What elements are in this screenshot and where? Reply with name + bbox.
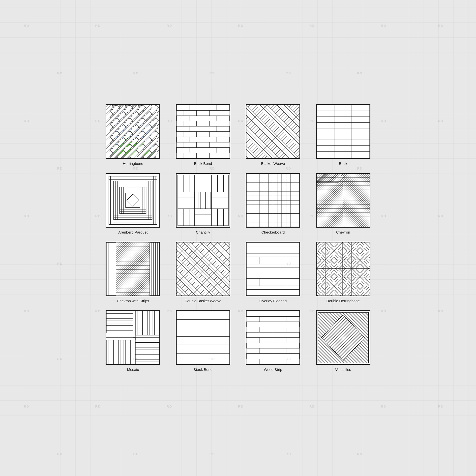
svg-rect-312 xyxy=(223,175,228,192)
svg-rect-315 xyxy=(178,204,195,209)
pattern-box-double-basket-weave xyxy=(176,242,230,296)
svg-rect-640 xyxy=(246,322,273,327)
svg-rect-349 xyxy=(286,174,300,187)
svg-rect-472 xyxy=(116,242,150,296)
svg-rect-309 xyxy=(195,187,211,192)
svg-rect-318 xyxy=(203,192,206,209)
pattern-chantilly: Chantilly xyxy=(172,173,235,234)
svg-rect-627 xyxy=(177,311,230,320)
svg-rect-260 xyxy=(334,134,352,140)
svg-rect-557 xyxy=(317,277,325,286)
svg-rect-196 xyxy=(196,121,210,126)
svg-rect-566 xyxy=(343,286,351,296)
label-chevron: Chevron xyxy=(336,230,350,234)
svg-rect-330 xyxy=(217,209,223,226)
svg-rect-504 xyxy=(246,242,299,246)
svg-rect-267 xyxy=(352,146,370,151)
pattern-mosaic: Mosaic xyxy=(102,310,164,372)
svg-rect-549 xyxy=(351,260,360,268)
svg-rect-217 xyxy=(177,148,190,153)
svg-rect-643 xyxy=(260,327,286,332)
svg-rect-266 xyxy=(334,146,352,151)
svg-rect-632 xyxy=(177,353,230,364)
svg-rect-321 xyxy=(211,198,228,204)
svg-rect-206 xyxy=(210,132,223,137)
svg-rect-210 xyxy=(203,137,216,142)
svg-rect-369 xyxy=(286,187,300,201)
svg-rect-322 xyxy=(211,204,228,209)
label-brick-bond: Brick Bond xyxy=(194,161,212,166)
svg-rect-507 xyxy=(246,257,299,264)
svg-rect-650 xyxy=(246,343,273,348)
svg-rect-629 xyxy=(177,328,230,336)
svg-rect-617 xyxy=(135,357,159,364)
pattern-herringbone: Herringbone xyxy=(102,104,164,166)
svg-rect-193 xyxy=(216,116,230,121)
svg-rect-195 xyxy=(183,121,197,126)
pattern-box-mosaic xyxy=(106,310,160,365)
label-checkerboard: Checkerboard xyxy=(261,230,285,234)
pattern-versailles: Versailles xyxy=(312,310,375,372)
svg-rect-264 xyxy=(352,140,370,146)
svg-rect-556 xyxy=(360,268,370,277)
svg-rect-186 xyxy=(183,110,197,116)
svg-rect-250 xyxy=(317,117,334,122)
svg-rect-251 xyxy=(334,117,352,122)
svg-rect-614 xyxy=(135,350,159,357)
svg-rect-252 xyxy=(352,117,370,122)
svg-rect-311 xyxy=(217,175,223,192)
pattern-box-stack-bond xyxy=(176,310,230,365)
pattern-box-brick-bond xyxy=(176,104,230,159)
svg-rect-207 xyxy=(223,132,230,137)
svg-rect-394 xyxy=(246,214,260,227)
svg-rect-637 xyxy=(246,316,260,322)
svg-rect-587 xyxy=(106,326,133,333)
svg-rect-564 xyxy=(325,286,334,296)
svg-rect-198 xyxy=(223,121,230,126)
pattern-box-double-herringbone xyxy=(316,242,370,296)
svg-rect-548 xyxy=(343,260,351,268)
svg-rect-562 xyxy=(360,277,370,286)
svg-rect-181 xyxy=(177,105,190,110)
svg-rect-212 xyxy=(177,142,183,148)
label-double-herringbone: Double Herringbone xyxy=(327,299,360,303)
svg-rect-389 xyxy=(286,200,300,214)
svg-rect-541 xyxy=(334,251,343,260)
svg-rect-325 xyxy=(190,209,194,226)
svg-rect-649 xyxy=(286,338,300,343)
svg-rect-535 xyxy=(334,242,343,251)
svg-rect-639 xyxy=(286,316,300,322)
svg-rect-323 xyxy=(178,209,184,226)
pattern-grid: Herringbone xyxy=(102,104,374,372)
svg-rect-213 xyxy=(183,142,197,148)
svg-rect-488 xyxy=(150,242,159,296)
svg-rect-307 xyxy=(195,175,211,181)
pattern-box-checkerboard xyxy=(246,173,300,228)
svg-rect-215 xyxy=(210,142,223,148)
svg-rect-187 xyxy=(196,110,210,116)
svg-rect-555 xyxy=(351,268,360,277)
svg-rect-641 xyxy=(273,322,299,327)
svg-rect-254 xyxy=(334,122,352,128)
svg-rect-219 xyxy=(203,148,216,153)
pattern-box-arenberg-parquet xyxy=(106,173,160,228)
svg-rect-313 xyxy=(178,192,195,198)
svg-rect-320 xyxy=(211,192,228,198)
pattern-wood-strip: Wood Strip xyxy=(242,310,304,372)
svg-rect-258 xyxy=(352,128,370,134)
svg-rect-222 xyxy=(183,153,197,158)
svg-rect-635 xyxy=(246,311,273,316)
svg-rect-249 xyxy=(352,111,370,117)
svg-rect-655 xyxy=(246,354,273,359)
svg-rect-194 xyxy=(177,121,183,126)
svg-rect-654 xyxy=(286,348,300,354)
svg-rect-327 xyxy=(195,215,211,221)
svg-rect-651 xyxy=(273,343,299,348)
pattern-brick: Brick xyxy=(312,104,375,166)
svg-rect-537 xyxy=(351,242,360,251)
svg-rect-584 xyxy=(106,318,133,326)
pattern-box-basket-weave xyxy=(246,104,300,159)
svg-rect-642 xyxy=(246,327,260,332)
svg-rect-331 xyxy=(223,209,228,226)
svg-rect-247 xyxy=(317,111,334,117)
